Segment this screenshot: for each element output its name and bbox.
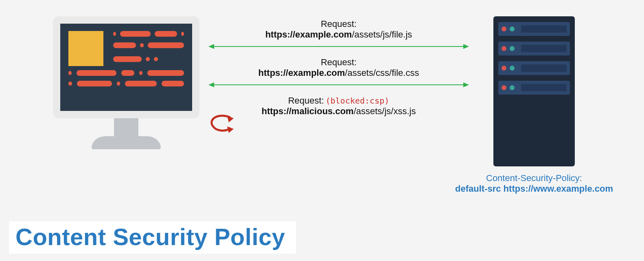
bidirectional-arrow-icon — [208, 42, 469, 51]
csp-header-value: default-src https://www.example.com — [449, 184, 620, 194]
request-row: Request:(blocked:csp) https://malicious.… — [208, 95, 469, 117]
server-drive — [498, 81, 570, 95]
requests-column: Request: https://example.com/assets/js/f… — [208, 19, 469, 118]
request-row: Request: https://example.com/assets/js/f… — [208, 19, 469, 40]
server-icon — [493, 16, 575, 166]
request-domain: https://example.com — [265, 29, 352, 40]
svg-marker-1 — [208, 44, 214, 49]
request-url: https://example.com/assets/js/file.js — [208, 29, 469, 40]
request-label: Request:(blocked:csp) — [208, 95, 469, 106]
request-row: Request: https://example.com/assets/css/… — [208, 57, 469, 78]
request-label: Request: — [208, 19, 469, 29]
loopback-arrow-icon — [207, 113, 235, 136]
request-url: https://example.com/assets/css/file.css — [208, 68, 469, 78]
monitor-stand-neck — [114, 118, 138, 137]
svg-marker-4 — [208, 82, 214, 87]
svg-marker-5 — [463, 82, 469, 87]
request-label-text: Request: — [288, 95, 324, 106]
request-path: /assets/js/file.js — [352, 29, 412, 40]
server-drive — [498, 22, 570, 36]
request-label: Request: — [208, 57, 469, 68]
monitor-screen — [53, 16, 199, 118]
code-line — [113, 56, 184, 62]
blocked-tag: (blocked:csp) — [326, 96, 390, 106]
request-path: /assets/js/xss.js — [354, 106, 416, 116]
code-line — [68, 81, 184, 86]
monitor-stand-base — [92, 136, 161, 149]
bidirectional-arrow-icon — [208, 80, 469, 90]
request-path: /assets/css/file.css — [345, 68, 419, 78]
server-caption: Content-Security-Policy: default-src htt… — [449, 173, 620, 194]
request-domain: https://example.com — [258, 68, 345, 78]
code-line — [113, 42, 184, 48]
page-title: Content Security Policy — [9, 221, 296, 254]
svg-marker-2 — [463, 44, 469, 49]
request-domain: https://malicious.com — [262, 106, 354, 116]
server-drive — [498, 61, 570, 75]
code-line — [113, 31, 184, 37]
svg-marker-7 — [227, 126, 234, 133]
image-placeholder-icon — [68, 31, 103, 66]
server-drive — [498, 42, 570, 55]
code-line — [68, 68, 184, 76]
request-url: https://malicious.com/assets/js/xss.js — [208, 106, 469, 117]
client-monitor-icon — [53, 16, 199, 149]
csp-header-name: Content-Security-Policy: — [449, 173, 620, 184]
